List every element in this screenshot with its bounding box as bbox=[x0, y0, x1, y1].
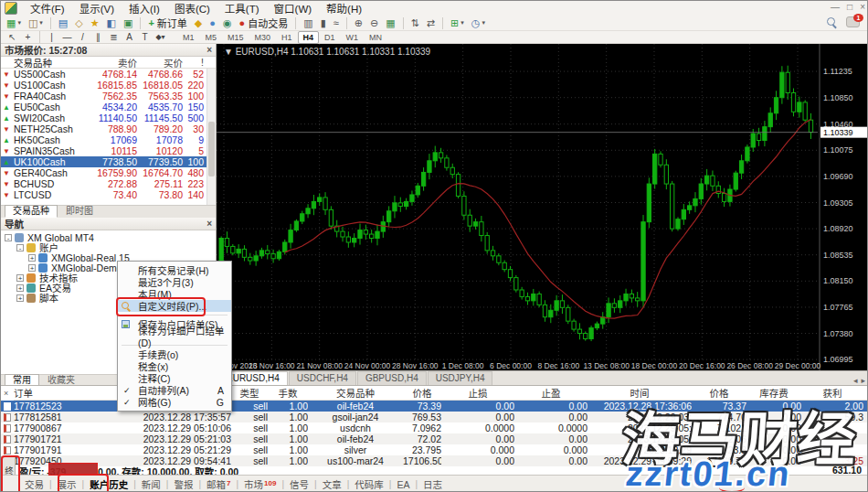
restore-icon[interactable]: □ bbox=[847, 2, 852, 12]
price-chart[interactable]: 1.112351.108501.104601.100751.096901.093… bbox=[217, 44, 868, 370]
timeframe-h1[interactable]: H1 bbox=[276, 31, 298, 44]
bottom-tab-市场[interactable]: 市场109 bbox=[238, 477, 281, 491]
bottom-tab-代码库[interactable]: 代码库 bbox=[349, 477, 389, 491]
bottom-tab-日志[interactable]: 日志 bbox=[418, 477, 448, 491]
market-watch-scrollbar[interactable] bbox=[206, 69, 216, 205]
sort-desc-button[interactable]: ⇄ bbox=[424, 16, 438, 31]
zoom-out-button[interactable]: ⊖ bbox=[367, 16, 381, 31]
market-watch-row[interactable]: ▼GER40Cash16759.9016764.70480 bbox=[1, 167, 216, 178]
expander-icon[interactable]: - bbox=[5, 234, 12, 241]
shapes-tool[interactable]: ◆▾ bbox=[153, 32, 167, 43]
new-order-button[interactable]: +新订单 bbox=[145, 16, 189, 31]
trendline-tool[interactable]: / bbox=[76, 32, 90, 43]
bottom-tab-信号[interactable]: 信号 bbox=[284, 477, 314, 491]
market-watch-row[interactable]: ▼SPAIN35Cash10115101205 bbox=[1, 145, 216, 156]
chat-icon[interactable]: 1 bbox=[846, 16, 860, 27]
timeframe-mn[interactable]: MN bbox=[364, 31, 387, 44]
expander-icon[interactable]: + bbox=[28, 264, 36, 272]
text-tool[interactable]: A bbox=[122, 32, 136, 43]
chart-tab-GBPUSD[interactable]: GBPUSD,H4 bbox=[357, 371, 427, 385]
menu-option-9[interactable]: 税金(x) bbox=[118, 360, 231, 372]
chart-tab-USDJPY[interactable]: USDJPY,H4 bbox=[428, 371, 493, 385]
indicators-button[interactable]: ⊞▾ bbox=[448, 16, 467, 31]
expander-icon[interactable]: + bbox=[16, 294, 24, 302]
expander-icon[interactable]: + bbox=[28, 254, 36, 262]
search-icon[interactable] bbox=[827, 17, 837, 27]
market-watch-row[interactable]: ▲EU50Cash4534.204535.70150 bbox=[1, 102, 216, 112]
terminal-col-2[interactable]: 类型 bbox=[231, 386, 268, 400]
market-watch-row[interactable]: ▼US500Cash4768.144768.6652 bbox=[1, 69, 216, 80]
data-window-button[interactable]: ◇ bbox=[72, 16, 85, 31]
mw-tab-交易品种[interactable]: 交易品种 bbox=[5, 205, 58, 218]
close-icon[interactable]: × bbox=[860, 2, 865, 12]
timeframe-h4[interactable]: H4 bbox=[298, 31, 320, 44]
new-chart-button[interactable]: ▦▾ bbox=[4, 16, 24, 31]
candle-chart-button[interactable]: ▮ bbox=[318, 16, 329, 31]
timeframe-m1[interactable]: M1 bbox=[177, 31, 200, 44]
chart-tab-USDCHF[interactable]: USDCHF,H4 bbox=[289, 371, 356, 385]
market-watch-row[interactable]: ▲UK100Cash7738.507739.50100 bbox=[1, 156, 216, 167]
terminal-button[interactable]: ◧ bbox=[104, 16, 119, 31]
expander-icon[interactable]: + bbox=[16, 284, 24, 292]
terminal-close-icon[interactable]: × bbox=[4, 389, 8, 398]
label-tool[interactable]: T bbox=[138, 32, 152, 43]
terminal-col-5[interactable]: 价格 bbox=[403, 386, 441, 400]
bottom-tab-邮箱[interactable]: 邮箱7 bbox=[201, 477, 236, 491]
menu-option-11[interactable]: ✓自动排列(A)A bbox=[118, 384, 231, 396]
nav-item-XM Global MT4[interactable]: -XM Global MT4 bbox=[1, 232, 216, 242]
menu-item-6[interactable]: 帮助(H) bbox=[319, 0, 369, 16]
market-watch-row[interactable]: ▼BCHUSD272.88275.11223 bbox=[1, 178, 216, 189]
web-button[interactable]: ◉ bbox=[220, 16, 235, 31]
hline-tool[interactable]: — bbox=[60, 32, 74, 43]
terminal-col-0[interactable]: 订单 bbox=[14, 386, 96, 400]
menu-item-3[interactable]: 图表(C) bbox=[167, 0, 217, 16]
bottom-tab-文章[interactable]: 文章 bbox=[317, 477, 347, 491]
menu-item-0[interactable]: 文件(F) bbox=[23, 0, 72, 16]
minimize-icon[interactable]: — bbox=[831, 2, 840, 12]
mw-col-1[interactable]: 卖价 bbox=[94, 56, 137, 70]
market-watch-row[interactable]: ▲SWI20Cash11140.5011145.50500 bbox=[1, 112, 216, 123]
menu-item-2[interactable]: 插入(I) bbox=[122, 0, 167, 16]
navigator-button[interactable]: ★ bbox=[88, 16, 102, 31]
fibonacci-tool[interactable]: ≣ bbox=[107, 32, 121, 43]
market-watch-row[interactable]: ▼US100Cash16815.8516818.05220 bbox=[1, 80, 216, 91]
chart-panel[interactable]: 1.112351.108501.104601.100751.096901.093… bbox=[217, 44, 868, 370]
terminal-col-7[interactable]: 止盈 bbox=[514, 386, 587, 400]
line-chart-button[interactable]: ≈ bbox=[331, 16, 342, 31]
bottom-tab-交易[interactable]: 交易 bbox=[19, 477, 49, 491]
autotrading-button[interactable]: ●自动交易 bbox=[237, 16, 291, 31]
mw-tab-即时图[interactable]: 即时图 bbox=[58, 205, 101, 218]
expander-icon[interactable]: - bbox=[16, 244, 24, 251]
market-watch-close-icon[interactable]: × bbox=[206, 45, 212, 55]
menu-option-6[interactable]: 保存为详细户口结单(D) bbox=[118, 330, 231, 342]
mw-col-3[interactable]: ! bbox=[183, 57, 204, 68]
terminal-col-4[interactable]: 交易品种 bbox=[308, 386, 403, 400]
menu-item-1[interactable]: 显示(V) bbox=[72, 0, 122, 16]
sort-asc-button[interactable]: ⇅ bbox=[408, 16, 422, 31]
timeframe-m5[interactable]: M5 bbox=[200, 31, 223, 44]
zoom-in-button[interactable]: ⊕ bbox=[352, 16, 365, 31]
market-watch-button[interactable]: ▤ bbox=[56, 16, 70, 31]
mw-col-2[interactable]: 买价 bbox=[137, 56, 183, 70]
market-watch-row[interactable]: ▼LTCUSD73.4073.80140 bbox=[1, 189, 216, 200]
menu-item-5[interactable]: 窗口(W) bbox=[267, 0, 320, 16]
channel-tool[interactable]: ∥ bbox=[91, 32, 105, 43]
market-watch-row[interactable]: ▲HK50Cash17069170789 bbox=[1, 134, 216, 145]
expander-icon[interactable]: + bbox=[16, 274, 24, 282]
terminal-col-6[interactable]: 止损 bbox=[441, 386, 514, 400]
menu-option-1[interactable]: 最近3个月(3) bbox=[118, 276, 231, 288]
bottom-tab-新闻[interactable]: 新闻 bbox=[136, 477, 166, 491]
tile-windows-button[interactable]: ▦ bbox=[383, 16, 397, 31]
menu-option-12[interactable]: ✓网格(G)G bbox=[118, 396, 231, 408]
tab-scroll-left-icon[interactable]: ◂ bbox=[853, 376, 858, 385]
bar-chart-button[interactable]: ▥ bbox=[301, 16, 315, 31]
menu-option-8[interactable]: 手续费(o) bbox=[118, 348, 231, 360]
navigator-close-icon[interactable]: × bbox=[206, 219, 212, 229]
market-watch-row[interactable]: ▼NETH25Cash788.90789.2030 bbox=[1, 123, 216, 134]
menu-item-4[interactable]: 工具(T) bbox=[217, 0, 267, 16]
terminal-col-3[interactable]: 手数 bbox=[268, 386, 308, 400]
strategy-tester-button[interactable]: ▣ bbox=[121, 16, 135, 31]
metaeditor-button[interactable]: ◆ bbox=[192, 16, 205, 31]
timeframe-m30[interactable]: M30 bbox=[249, 31, 277, 44]
tab-scroll-right-icon[interactable]: ▸ bbox=[861, 376, 865, 385]
